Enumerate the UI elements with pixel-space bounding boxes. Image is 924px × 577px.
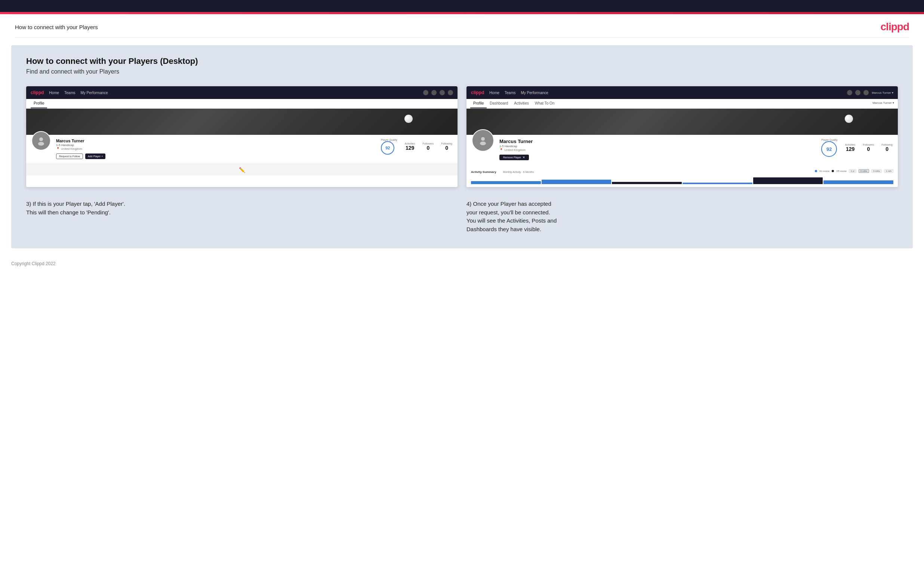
nav-my-performance-left[interactable]: My Performance [80, 91, 108, 95]
top-bar [0, 0, 924, 12]
caption-row: 3) If this is your Player tap, 'Add Play… [26, 198, 898, 234]
quality-circle-left: 92 [381, 141, 394, 155]
tab-dashboard-right[interactable]: Dashboard [487, 99, 511, 108]
caption-left-text: 3) If this is your Player tap, 'Add Play… [26, 200, 457, 217]
screenshot-bottom-left: ✏️ [26, 164, 457, 176]
nav-home-right[interactable]: Home [489, 91, 499, 95]
footer: Copyright Clippd 2022 [0, 256, 924, 271]
svg-point-0 [39, 137, 43, 141]
following-stat-right: Following 0 [881, 143, 893, 152]
player-country-left: 📍 United Kingdom [56, 147, 376, 150]
period-btn-6mths[interactable]: 6 mths [859, 169, 869, 173]
period-btn-1mth[interactable]: 1 mth [884, 169, 893, 173]
main-content: How to connect with your Players (Deskto… [11, 45, 913, 248]
activities-stat-right: Activities 129 [845, 143, 856, 152]
clippd-logo: clippd [880, 21, 909, 33]
following-stat-left: Following 0 [441, 142, 452, 151]
tab-profile-right[interactable]: Profile [470, 99, 487, 108]
activity-header: Activity Summary Monthly Activity · 6 Mo… [471, 168, 893, 174]
app-nav-icons-left [423, 90, 453, 95]
nav-my-performance-right[interactable]: My Performance [521, 91, 548, 95]
quality-circle-right: 92 [821, 141, 837, 157]
add-player-button[interactable]: Add Player + [85, 153, 105, 159]
settings-icon-right[interactable] [863, 90, 869, 95]
tab-what-to-on-right[interactable]: What To On [532, 99, 558, 108]
globe-icon-left[interactable] [448, 90, 453, 95]
caption-left: 3) If this is your Player tap, 'Add Play… [26, 198, 457, 234]
location-icon-left: 📍 [56, 147, 60, 150]
settings-icon-left[interactable] [439, 90, 445, 95]
app-nav-logo-right: clippd [471, 90, 484, 95]
player-buttons-left: Request to Follow Add Player + [56, 153, 376, 159]
activity-title: Activity Summary [471, 170, 496, 174]
player-handicap-left: 1-5 Handicap [56, 143, 376, 147]
profile-tabs-left: Profile [26, 99, 457, 109]
page-header-title: How to connect with your Players [15, 24, 98, 30]
close-icon-remove: ✕ [523, 156, 525, 159]
player-stats-right: Player Quality 92 Activities 129 Followe… [821, 139, 893, 157]
quality-stat-right: Player Quality 92 [821, 139, 838, 157]
edit-icon-left: ✏️ [239, 167, 245, 173]
period-btn-3mths[interactable]: 3 mths [871, 169, 882, 173]
activity-legend: On course Off course [815, 170, 846, 172]
remove-player-button[interactable]: Remove Player ✕ [499, 155, 529, 160]
search-icon-left[interactable] [423, 90, 428, 95]
screenshot-right: clippd Home Teams My Performance Marcus … [467, 86, 898, 187]
profile-tab-left[interactable]: Profile [31, 99, 47, 108]
activity-period: Monthly Activity · 6 Months [503, 171, 534, 173]
on-course-dot [815, 170, 817, 172]
followers-stat-left: Followers 0 [422, 142, 434, 151]
quality-stat-left: Player Quality 92 [381, 139, 397, 155]
screenshot-left: clippd Home Teams My Performance Profile [26, 86, 457, 187]
golf-banner-right [467, 109, 898, 135]
activities-stat-left: Activities 129 [405, 142, 415, 151]
player-info-left: Marcus Turner 1-5 Handicap 📍 United King… [26, 135, 457, 164]
user-icon-left[interactable] [431, 90, 436, 95]
tab-activities-right[interactable]: Activities [511, 99, 531, 108]
app-nav-links-left: Home Teams My Performance [49, 91, 423, 95]
screenshots-row: clippd Home Teams My Performance Profile [26, 86, 898, 187]
location-icon-right: 📍 [499, 148, 503, 152]
request-follow-button[interactable]: Request to Follow [56, 153, 83, 159]
chart-bar-4 [683, 183, 753, 184]
user-icon-right[interactable] [855, 90, 861, 95]
app-nav-left: clippd Home Teams My Performance [26, 86, 457, 99]
footer-text: Copyright Clippd 2022 [11, 261, 56, 266]
app-nav-logo-left: clippd [31, 90, 44, 95]
period-btn-1yr[interactable]: 1 yr [849, 169, 856, 173]
player-info-right: Marcus Turner 1-5 Handicap 📍 United King… [467, 135, 898, 165]
chart-bar-2 [542, 180, 612, 184]
nav-home-left[interactable]: Home [49, 91, 59, 95]
header-divider [15, 37, 909, 38]
player-avatar-left [31, 131, 51, 150]
chart-bar-6 [824, 181, 893, 184]
svg-point-1 [38, 142, 44, 146]
app-nav-links-right: Home Teams My Performance [489, 91, 847, 95]
search-icon-right[interactable] [847, 90, 852, 95]
nav-teams-right[interactable]: Teams [505, 91, 515, 95]
nav-teams-left[interactable]: Teams [64, 91, 75, 95]
golf-ball-right [845, 114, 853, 123]
page-header: How to connect with your Players clippd [0, 14, 924, 37]
activity-summary: Activity Summary Monthly Activity · 6 Mo… [467, 165, 898, 187]
nav-user-label[interactable]: Marcus Turner ▾ [872, 91, 893, 95]
tabs-left-group: Profile Dashboard Activities What To On [470, 99, 557, 108]
app-nav-icons-right: Marcus Turner ▾ [847, 90, 893, 95]
section-subtitle: Find and connect with your Players [26, 68, 898, 75]
remove-player-area: Remove Player ✕ [499, 155, 816, 160]
player-name-right: Marcus Turner [499, 139, 816, 144]
svg-point-2 [481, 137, 485, 141]
golf-ball-left [404, 114, 413, 123]
profile-user-label: Marcus Turner ▾ [872, 99, 894, 108]
activity-chart [471, 177, 893, 184]
app-nav-right: clippd Home Teams My Performance Marcus … [467, 86, 898, 99]
player-avatar-right [472, 129, 494, 152]
player-details-left: Marcus Turner 1-5 Handicap 📍 United King… [56, 139, 376, 159]
player-country-right: 📍 United Kingdom [499, 148, 816, 152]
on-course-label: On course [819, 170, 830, 172]
activity-controls: On course Off course 1 yr 6 mths 3 mths … [815, 169, 893, 173]
section-title: How to connect with your Players (Deskto… [26, 56, 898, 66]
profile-tabs-right: Profile Dashboard Activities What To On … [467, 99, 898, 109]
chart-bar-1 [471, 181, 541, 184]
caption-right-text: 4) Once your Player has acceptedyour req… [467, 200, 898, 234]
